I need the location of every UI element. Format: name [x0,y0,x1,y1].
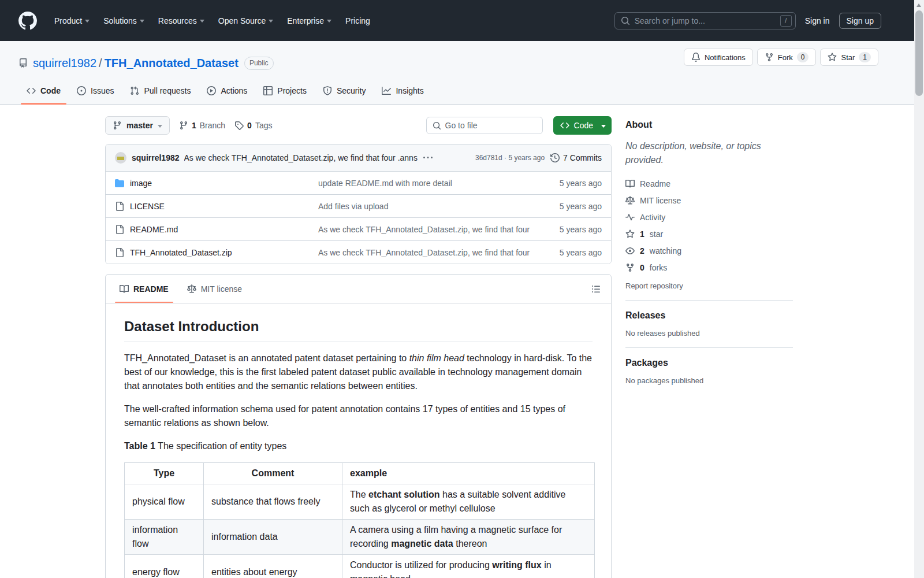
file-name-link[interactable]: LICENSE [130,202,165,211]
scrollbar-thumb[interactable] [915,10,923,96]
commit-author-link[interactable]: squirrel1982 [132,153,180,162]
nav-product[interactable]: Product [47,12,96,30]
nav-open-source[interactable]: Open Source [211,12,281,30]
chevron-down-icon [327,20,331,23]
stat-label: Readme [640,179,670,188]
file-name-link[interactable]: README.md [130,225,178,234]
go-to-file-box[interactable] [426,117,543,134]
table-row[interactable]: image update README.md with more detail … [106,171,611,194]
tags-link[interactable]: 0 Tags [234,121,272,130]
nav-enterprise[interactable]: Enterprise [280,12,338,30]
cell-type: information flow [125,520,204,555]
tab-label: Actions [221,86,247,95]
fork-icon [625,263,635,272]
tab-insights[interactable]: Insights [374,77,431,104]
repo-actions: Notifications Fork 0 Star 1 [684,49,878,66]
outline-button[interactable] [591,284,601,294]
file-commit-message[interactable]: As we check TFH_Annotated_Dataset.zip, w… [318,225,532,234]
table-row[interactable]: TFH_Annotated_Dataset.zip As we check TF… [106,240,611,264]
repo-name-link[interactable]: TFH_Annotated_Dataset [105,57,239,69]
commit-expand-button[interactable] [423,153,433,162]
file-toolbar: master 1 Branch 0 Tags [105,116,612,135]
tab-readme-file[interactable]: README [110,275,178,303]
readme-tab-label: README [133,284,169,294]
github-repo-page: Product Solutions Resources Open Source … [0,0,924,578]
file-icon [115,202,124,211]
nav-solutions[interactable]: Solutions [96,12,151,30]
tab-license-file[interactable]: MIT license [178,275,251,303]
stat-count: 0 [640,263,644,272]
tab-code[interactable]: Code [18,77,69,104]
table-row: energy flow entities about energy Conduc… [125,555,595,578]
sidebar-item-forks[interactable]: 0 forks [625,259,793,276]
commit-sha-time[interactable]: 36d781d · 5 years ago [475,154,545,162]
caption-text: The specification of entity types [155,441,286,451]
search-input[interactable] [635,16,776,25]
repo-header: squirrel1982/TFH_Annotated_Dataset Publi… [0,41,924,105]
sidebar-item-activity[interactable]: Activity [625,209,793,225]
tab-pull-requests[interactable]: Pull requests [122,77,199,104]
github-logo-icon[interactable] [18,12,37,30]
avatar[interactable] [115,152,126,164]
repo-icon [18,58,28,68]
file-icon [115,248,124,257]
repo-content: master 1 Branch 0 Tags [105,116,612,578]
notifications-button[interactable]: Notifications [684,49,753,66]
paragraph-italic-text: thin film head [409,353,464,363]
issue-icon [77,86,86,95]
report-repository-link[interactable]: Report repository [625,281,793,290]
branch-selector[interactable]: master [105,116,170,135]
sidebar-item-stars[interactable]: 1 star [625,225,793,242]
cell-example: The etchant solution has a suitable solv… [342,484,595,520]
visibility-badge: Public [244,57,274,70]
code-dropdown-caret[interactable] [600,116,612,135]
sign-up-button[interactable]: Sign up [839,13,881,29]
nav-label: Enterprise [287,16,324,25]
column-header-type: Type [125,463,204,484]
tab-projects[interactable]: Projects [255,77,315,104]
file-name-link[interactable]: image [130,179,152,188]
tab-actions[interactable]: Actions [199,77,255,104]
tab-security[interactable]: Security [315,77,374,104]
go-to-file-input[interactable] [445,121,526,130]
bell-icon [691,53,701,62]
branches-link[interactable]: 1 Branch [179,121,225,130]
table-row[interactable]: LICENSE Add files via upload 5 years ago [106,194,611,217]
nav-resources[interactable]: Resources [151,12,211,30]
scrollbar[interactable] [914,0,924,578]
code-download-button[interactable]: Code [553,116,612,135]
sign-in-link[interactable]: Sign in [805,16,830,25]
sidebar-divider [625,347,793,348]
star-button[interactable]: Star 1 [820,49,878,66]
branch-name: master [126,121,153,130]
fork-button[interactable]: Fork 0 [757,49,817,66]
file-commit-time: 5 years ago [532,202,602,211]
cell-comment: substance that flows freely [204,484,342,520]
packages-title: Packages [625,358,793,368]
column-header-comment: Comment [204,463,342,484]
readme-paragraph: The well-crafted information schema used… [124,402,593,430]
tab-issues[interactable]: Issues [69,77,122,104]
sidebar-item-watching[interactable]: 2 watching [625,242,793,259]
sidebar-item-readme[interactable]: Readme [625,175,793,192]
file-commit-message[interactable]: Add files via upload [318,202,532,211]
releases-title: Releases [625,310,793,321]
file-commit-message[interactable]: As we check TFH_Annotated_Dataset.zip, w… [318,248,532,257]
scrollbar-up-arrow[interactable] [916,3,921,7]
file-name-link[interactable]: TFH_Annotated_Dataset.zip [130,248,232,257]
readme-content: Dataset Introduction TFH_Annotated_Datas… [106,303,611,578]
global-search[interactable]: / [614,12,796,29]
repo-owner-link[interactable]: squirrel1982 [33,57,96,69]
commit-history-link[interactable]: 7 Commits [550,153,602,162]
star-icon [625,229,635,239]
file-commit-message[interactable]: update README.md with more detail [318,179,532,188]
nav-pricing[interactable]: Pricing [338,12,377,30]
nav-label: Resources [158,16,197,25]
sidebar-item-license[interactable]: MIT license [625,192,793,209]
column-header-example: example [342,463,595,484]
graph-icon [382,86,391,95]
file-commit-time: 5 years ago [532,225,602,234]
commit-message-link[interactable]: As we check TFH_Annotated_Dataset.zip, w… [184,153,418,162]
table-row[interactable]: README.md As we check TFH_Annotated_Data… [106,217,611,240]
table-row: information flow information data A came… [125,520,595,555]
